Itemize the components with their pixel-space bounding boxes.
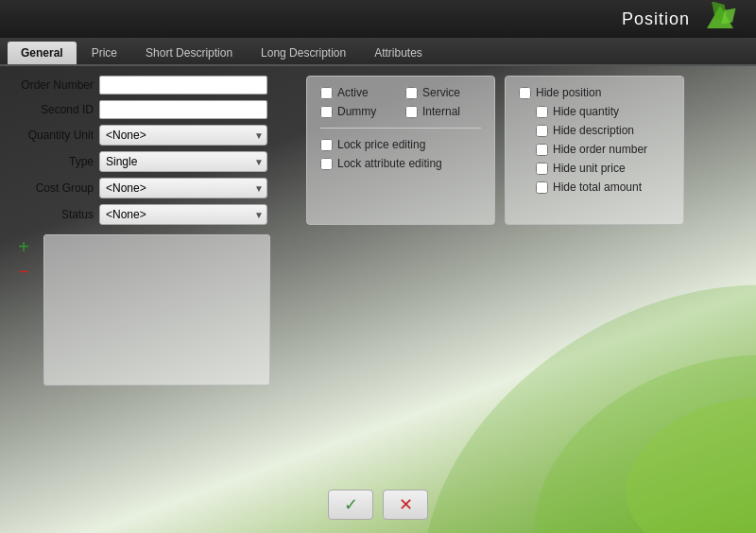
logo-icon: [699, 2, 741, 36]
hide-position-checkbox[interactable]: [519, 87, 531, 99]
hide-quantity-checkbox[interactable]: [536, 106, 548, 118]
tab-general[interactable]: General: [8, 42, 77, 64]
tab-attributes[interactable]: Attributes: [361, 42, 436, 64]
active-checkbox[interactable]: [320, 87, 333, 99]
ok-icon: ✓: [344, 494, 358, 515]
active-label: Active: [337, 86, 369, 99]
list-controls: + −: [13, 236, 34, 386]
quantity-unit-row: Quantity Unit <None> ▼: [13, 125, 297, 146]
add-button[interactable]: +: [13, 236, 34, 257]
lock-price-label: Lock price editing: [337, 138, 425, 151]
hide-total-amount-checkbox[interactable]: [536, 181, 548, 194]
order-number-label: Order Number: [13, 78, 94, 92]
active-checkbox-row: Active: [320, 86, 396, 99]
dummy-checkbox[interactable]: [320, 106, 333, 118]
ok-button[interactable]: ✓: [328, 490, 373, 520]
cancel-button[interactable]: ✕: [383, 490, 428, 520]
tab-bar: General Price Short Description Long Des…: [0, 38, 756, 66]
page-title: Position: [622, 9, 690, 29]
hide-total-amount-row: Hide total amount: [536, 181, 670, 194]
middle-panel: Active Service Dummy Internal: [306, 76, 495, 225]
hide-order-number-row: Hide order number: [536, 143, 670, 156]
hide-total-amount-label: Hide total amount: [553, 181, 642, 194]
cost-group-select[interactable]: <None>: [99, 178, 267, 198]
list-box: [43, 234, 270, 386]
hide-position-label: Hide position: [536, 86, 601, 99]
tab-price[interactable]: Price: [78, 42, 130, 64]
cost-group-label: Cost Group: [13, 181, 94, 195]
internal-checkbox-row: Internal: [405, 105, 481, 118]
status-select[interactable]: <None>: [99, 204, 267, 225]
type-label: Type: [13, 155, 94, 168]
type-select[interactable]: Single: [99, 151, 267, 172]
dialog-buttons: ✓ ✕: [0, 490, 756, 520]
lock-attribute-label: Lock attribute editing: [337, 157, 442, 170]
service-label: Service: [422, 86, 460, 99]
cost-group-wrapper: <None> ▼: [99, 178, 267, 198]
hide-quantity-label: Hide quantity: [553, 105, 619, 118]
header: Position: [0, 0, 756, 38]
second-id-label: Second ID: [13, 103, 94, 116]
order-number-input[interactable]: [99, 76, 267, 95]
second-id-row: Second ID: [13, 100, 297, 119]
lock-price-checkbox[interactable]: [320, 139, 333, 151]
right-panel: Hide position Hide quantity Hide descrip…: [505, 76, 684, 225]
hide-unit-price-row: Hide unit price: [536, 162, 670, 175]
left-panel: Order Number Second ID Quantity Unit <No…: [13, 76, 297, 225]
cost-group-row: Cost Group <None> ▼: [13, 178, 297, 198]
tab-short-description[interactable]: Short Description: [132, 42, 246, 64]
order-number-row: Order Number: [13, 76, 297, 95]
quantity-unit-wrapper: <None> ▼: [99, 125, 267, 146]
form-section: Order Number Second ID Quantity Unit <No…: [13, 76, 743, 225]
hide-description-row: Hide description: [536, 124, 670, 137]
type-wrapper: Single ▼: [99, 151, 267, 172]
lock-attribute-row: Lock attribute editing: [320, 157, 481, 170]
lock-price-row: Lock price editing: [320, 138, 481, 151]
internal-checkbox[interactable]: [405, 106, 418, 118]
quantity-unit-select[interactable]: <None>: [99, 125, 267, 146]
hide-description-checkbox[interactable]: [536, 125, 548, 137]
status-label: Status: [13, 208, 94, 221]
lock-attribute-checkbox[interactable]: [320, 158, 333, 170]
divider: [320, 128, 481, 129]
cancel-icon: ✕: [399, 494, 413, 515]
hide-sub-options: Hide quantity Hide description Hide orde…: [519, 105, 670, 194]
dummy-label: Dummy: [337, 105, 376, 118]
remove-button[interactable]: −: [13, 261, 34, 282]
checkbox-grid: Active Service Dummy Internal: [320, 86, 481, 118]
type-row: Type Single ▼: [13, 151, 297, 172]
main-content: Order Number Second ID Quantity Unit <No…: [0, 66, 756, 395]
internal-label: Internal: [422, 105, 460, 118]
tab-long-description[interactable]: Long Description: [248, 42, 359, 64]
status-wrapper: <None> ▼: [99, 204, 267, 225]
hide-unit-price-checkbox[interactable]: [536, 163, 548, 175]
hide-quantity-row: Hide quantity: [536, 105, 670, 118]
dummy-checkbox-row: Dummy: [320, 105, 396, 118]
hide-order-number-label: Hide order number: [553, 143, 647, 156]
quantity-unit-label: Quantity Unit: [13, 129, 94, 142]
hide-description-label: Hide description: [553, 124, 634, 137]
status-row: Status <None> ▼: [13, 204, 297, 225]
second-id-input[interactable]: [99, 100, 267, 119]
hide-position-row: Hide position: [519, 86, 670, 99]
service-checkbox-row: Service: [405, 86, 481, 99]
hide-unit-price-label: Hide unit price: [553, 162, 626, 175]
hide-order-number-checkbox[interactable]: [536, 144, 548, 156]
service-checkbox[interactable]: [405, 87, 418, 99]
bottom-area: + −: [13, 234, 743, 386]
